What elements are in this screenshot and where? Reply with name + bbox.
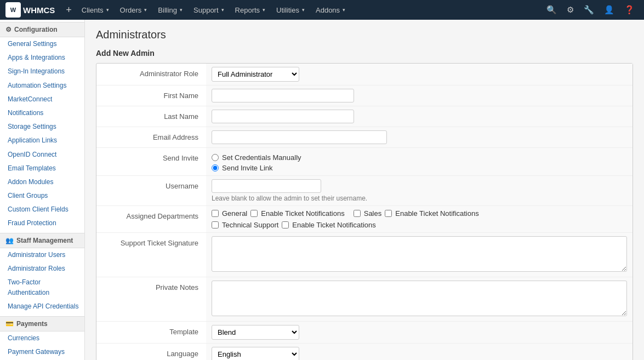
- row-admin-role: Administrator Role Full Administrator Bi…: [96, 64, 632, 85]
- email-field: [206, 127, 632, 147]
- dept-general-notify-checkbox[interactable]: [250, 210, 258, 217]
- send-invite-field: Set Credentials Manually Send Invite Lin…: [206, 148, 632, 175]
- logo-text: WHMCS: [23, 5, 55, 15]
- sidebar-section-payments: 💳 Payments: [0, 316, 84, 332]
- sidebar-item-application-links[interactable]: Application Links: [0, 134, 84, 147]
- support-sig-field: [206, 233, 632, 277]
- dept-sales-notify-checkbox[interactable]: [385, 210, 392, 217]
- send-invite-radio-group: Set Credentials Manually Send Invite Lin…: [212, 151, 627, 172]
- dept-general-checkbox[interactable]: [212, 210, 219, 217]
- template-select[interactable]: Blend Six Portal: [212, 325, 299, 340]
- dept-sales-checkbox[interactable]: [354, 210, 361, 217]
- row-email: Email Address: [96, 127, 632, 148]
- sidebar-section-staff-management: 👥 Staff Management: [0, 233, 84, 248]
- page-title: Administrators: [96, 28, 633, 41]
- nav-billing[interactable]: Billing ▾: [153, 0, 187, 20]
- radio-manual-label: Set Credentials Manually: [222, 153, 301, 162]
- sidebar-item-general-settings[interactable]: General Settings: [0, 37, 84, 51]
- email-input[interactable]: [212, 130, 387, 144]
- search-icon-button[interactable]: 🔍: [543, 0, 561, 20]
- username-field: Leave blank to allow the admin to set th…: [206, 176, 632, 205]
- radio-manual[interactable]: [212, 154, 219, 161]
- row-support-sig: Support Ticket Signature: [96, 233, 632, 277]
- private-notes-field: [206, 277, 632, 321]
- help-icon-button[interactable]: ❓: [620, 0, 639, 20]
- wrench-icon-button[interactable]: 🔧: [580, 0, 598, 20]
- sidebar-item-openid-connect[interactable]: OpenID Connect: [0, 148, 84, 162]
- last-name-input[interactable]: [212, 110, 354, 123]
- first-name-input[interactable]: [212, 89, 354, 102]
- payments-icon: 💳: [5, 320, 14, 328]
- radio-send-invite-link[interactable]: Send Invite Link: [212, 164, 627, 172]
- nav-addons[interactable]: Addons ▾: [311, 0, 350, 20]
- sidebar-item-marketconnect[interactable]: MarketConnect: [0, 93, 84, 106]
- sidebar-section-payments-label: Payments: [16, 320, 48, 328]
- main-content: Administrators Add New Admin Administrat…: [85, 20, 644, 360]
- language-label: Language: [96, 344, 206, 360]
- staff-icon: 👥: [5, 237, 14, 244]
- admin-role-select[interactable]: Full Administrator Billing Admin Support…: [212, 67, 299, 82]
- sidebar-item-automation-settings[interactable]: Automation Settings: [0, 79, 84, 93]
- sidebar-item-email-templates[interactable]: Email Templates: [0, 162, 84, 175]
- nav-support[interactable]: Support ▾: [189, 0, 229, 20]
- nav-clients[interactable]: Clients ▾: [77, 0, 113, 20]
- sidebar-section-configuration-label: Configuration: [14, 26, 58, 33]
- last-name-field: [206, 106, 632, 127]
- support-sig-textarea[interactable]: [212, 236, 627, 272]
- dept-tech-notify-checkbox[interactable]: [282, 221, 289, 228]
- sidebar-item-addon-modules[interactable]: Addon Modules: [0, 175, 84, 189]
- radio-link-label: Send Invite Link: [222, 164, 273, 172]
- sidebar-item-admin-users[interactable]: Administrator Users: [0, 248, 84, 262]
- sidebar-item-notifications[interactable]: Notifications: [0, 106, 84, 120]
- sidebar: ⚙ Configuration General Settings Apps & …: [0, 20, 85, 360]
- top-navigation: W WHMCS + Clients ▾ Orders ▾ Billing ▾ S…: [0, 0, 644, 20]
- row-language: Language English French German Spanish: [96, 344, 632, 360]
- add-button[interactable]: +: [62, 0, 75, 20]
- admin-role-field: Full Administrator Billing Admin Support…: [206, 64, 632, 85]
- logo-icon: W: [5, 2, 21, 18]
- language-field: English French German Spanish: [206, 344, 632, 360]
- sidebar-item-client-groups[interactable]: Client Groups: [0, 189, 84, 203]
- sidebar-item-two-factor[interactable]: Two-Factor Authentication: [0, 276, 84, 300]
- sidebar-item-manage-api[interactable]: Manage API Credentials: [0, 300, 84, 313]
- template-label: Template: [96, 322, 206, 341]
- row-assigned-depts: Assigned Departments General Enable Tick…: [96, 206, 632, 233]
- template-field: Blend Six Portal: [206, 322, 632, 343]
- username-input[interactable]: [212, 179, 321, 193]
- language-select[interactable]: English French German Spanish: [212, 347, 299, 360]
- email-label: Email Address: [96, 127, 206, 147]
- row-send-invite: Send Invite Set Credentials Manually Sen…: [96, 148, 632, 176]
- section-title: Add New Admin: [96, 49, 633, 58]
- radio-link[interactable]: [212, 164, 219, 172]
- shortcuts-icon-button[interactable]: ⚙: [563, 0, 578, 20]
- dept-tech-notify-label: Enable Ticket Notifications: [292, 221, 375, 229]
- send-invite-label: Send Invite: [96, 148, 206, 168]
- row-first-name: First Name: [96, 85, 632, 106]
- dept-sales-notify-label: Enable Ticket Notifications: [395, 209, 478, 218]
- row-template: Template Blend Six Portal: [96, 322, 632, 344]
- sidebar-item-signin-integrations[interactable]: Sign-In Integrations: [0, 65, 84, 78]
- sidebar-item-storage-settings[interactable]: Storage Settings: [0, 120, 84, 134]
- nav-utilities[interactable]: Utilities ▾: [272, 0, 309, 20]
- admin-form-panel: Administrator Role Full Administrator Bi…: [96, 63, 633, 360]
- sidebar-section-configuration: ⚙ Configuration: [0, 22, 84, 37]
- nav-orders[interactable]: Orders ▾: [116, 0, 152, 20]
- sidebar-item-apps-integrations[interactable]: Apps & Integrations: [0, 51, 84, 65]
- username-label: Username: [96, 176, 206, 196]
- nav-reports[interactable]: Reports ▾: [231, 0, 270, 20]
- dept-tech-checkbox[interactable]: [212, 221, 219, 228]
- sidebar-item-custom-client-fields[interactable]: Custom Client Fields: [0, 203, 84, 216]
- row-username: Username Leave blank to allow the admin …: [96, 176, 632, 206]
- sidebar-item-fraud-protection[interactable]: Fraud Protection: [0, 216, 84, 230]
- private-notes-label: Private Notes: [96, 277, 206, 297]
- user-icon-button[interactable]: 👤: [600, 0, 618, 20]
- sidebar-item-currencies[interactable]: Currencies: [0, 332, 84, 345]
- row-private-notes: Private Notes: [96, 277, 632, 322]
- assigned-depts-label: Assigned Departments: [96, 206, 206, 226]
- radio-set-credentials[interactable]: Set Credentials Manually: [212, 153, 627, 162]
- private-notes-textarea[interactable]: [212, 281, 627, 316]
- support-sig-label: Support Ticket Signature: [96, 233, 206, 253]
- sidebar-item-admin-roles[interactable]: Administrator Roles: [0, 262, 84, 276]
- admin-role-label: Administrator Role: [96, 64, 206, 83]
- sidebar-item-payment-gateways[interactable]: Payment Gateways: [0, 345, 84, 359]
